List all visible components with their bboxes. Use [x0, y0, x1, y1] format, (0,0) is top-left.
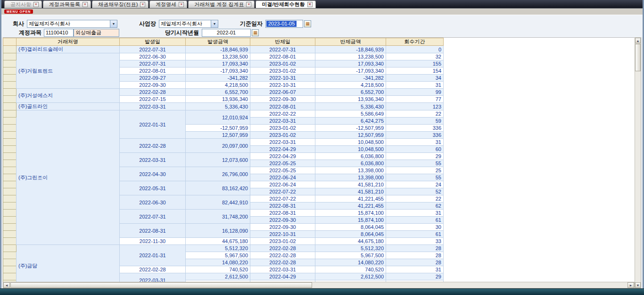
account-name-field[interactable]: [74, 29, 119, 37]
grid-cell[interactable]: 336: [386, 132, 444, 139]
grid-cell[interactable]: 14,080,220: [186, 259, 250, 266]
scroll-left-icon[interactable]: ◄: [3, 282, 10, 288]
tab-item-2[interactable]: 채권채무장(전표)×: [92, 0, 149, 8]
row-header-cell[interactable]: [3, 167, 17, 174]
grid-cell[interactable]: 30: [386, 224, 444, 231]
vertical-scroll-thumb[interactable]: [635, 44, 641, 71]
grid-cell[interactable]: -12,507,959: [315, 125, 386, 132]
grid-cell[interactable]: 2022-03-31: [250, 139, 315, 146]
grid-cell[interactable]: 2022-01-31: [120, 110, 186, 139]
calendar-icon[interactable]: ▦: [252, 29, 259, 36]
row-header-cell[interactable]: [3, 103, 17, 110]
row-header-cell[interactable]: [3, 245, 17, 252]
row-header-cell[interactable]: [3, 217, 17, 224]
grid-cell[interactable]: 13,238,500: [315, 53, 386, 60]
grid-cell[interactable]: 2022-07-15: [120, 96, 186, 103]
grid-cell[interactable]: 2022-06-30: [120, 195, 186, 210]
grid-cell[interactable]: 0: [386, 46, 444, 53]
vertical-scrollbar[interactable]: ▲ ▼: [635, 37, 641, 288]
period-start-input[interactable]: [202, 29, 251, 37]
grid-cell[interactable]: 2022-05-25: [250, 167, 315, 174]
grid-cell[interactable]: 2023-01-02: [250, 67, 315, 75]
grid-cell[interactable]: 2022-02-28: [250, 245, 315, 252]
tab-close-icon[interactable]: ×: [140, 2, 145, 7]
grid-cell[interactable]: -17,093,340: [186, 67, 250, 75]
grid-cell[interactable]: 29: [386, 153, 444, 160]
grid-cell[interactable]: 41,581,210: [315, 188, 386, 195]
scroll-up-icon[interactable]: ▲: [635, 38, 641, 43]
column-header[interactable]: 회수기간: [386, 38, 444, 46]
grid-cell[interactable]: 2022-09-30: [250, 217, 315, 224]
calendar-icon[interactable]: ▦: [304, 20, 311, 27]
grid-cell[interactable]: 24: [386, 181, 444, 188]
grid-cell[interactable]: 44,675,180: [186, 238, 250, 245]
grid-cell[interactable]: 20,097,000: [186, 139, 250, 153]
grid-cell[interactable]: (주)거성에스지: [17, 89, 120, 103]
grid-cell[interactable]: 31: [386, 210, 444, 217]
row-header-cell[interactable]: [3, 188, 17, 195]
tab-item-3[interactable]: 계정명세×: [149, 0, 187, 8]
grid-cell[interactable]: 44,675,180: [315, 238, 386, 245]
row-header-cell[interactable]: [3, 238, 17, 245]
row-header-cell[interactable]: [3, 160, 17, 167]
grid-cell[interactable]: 13,398,000: [315, 174, 386, 181]
grid-cell[interactable]: 2022-09-27: [120, 75, 186, 82]
grid-cell[interactable]: 2022-08-01: [250, 103, 315, 110]
column-header[interactable]: 발생금액: [186, 38, 250, 46]
grid-cell[interactable]: 5,586,649: [315, 110, 386, 118]
grid-cell[interactable]: 12,507,959: [186, 132, 250, 139]
grid-cell[interactable]: 2022-03-31: [120, 103, 186, 110]
grid-cell[interactable]: 2022-07-22: [250, 195, 315, 202]
grid-cell[interactable]: 2022-08-31: [250, 210, 315, 217]
grid-cell[interactable]: 28: [386, 245, 444, 252]
scroll-right-icon[interactable]: ►: [627, 282, 634, 288]
grid-cell[interactable]: 28: [386, 259, 444, 266]
grid-cell[interactable]: 15,874,100: [315, 217, 386, 224]
grid-cell[interactable]: 62: [386, 202, 444, 210]
column-header[interactable]: 발생일: [120, 38, 186, 46]
row-header-cell[interactable]: [3, 125, 17, 132]
row-header-cell[interactable]: [3, 139, 17, 146]
row-header-cell[interactable]: [3, 96, 17, 103]
row-header-cell[interactable]: [3, 53, 17, 60]
row-header-cell[interactable]: [3, 67, 17, 75]
grid-cell[interactable]: 2022-03-31: [250, 266, 315, 273]
row-header-cell[interactable]: [3, 259, 17, 266]
grid-cell[interactable]: 154: [386, 67, 444, 75]
grid-cell[interactable]: 77: [386, 96, 444, 103]
horizontal-scroll-thumb[interactable]: [10, 282, 312, 288]
tab-item-0[interactable]: 공지사항×: [4, 0, 42, 8]
grid-cell[interactable]: 17,093,340: [186, 60, 250, 67]
grid-cell[interactable]: 2022-10-31: [250, 75, 315, 82]
grid-cell[interactable]: 59: [386, 118, 444, 125]
grid-cell[interactable]: 13,238,500: [186, 53, 250, 60]
tab-item-1[interactable]: 계정과목등록×: [43, 0, 91, 8]
grid-cell[interactable]: 2022-04-29: [250, 273, 315, 280]
grid-cell[interactable]: 2022-09-30: [120, 82, 186, 89]
grid-cell[interactable]: 32: [386, 53, 444, 60]
grid-cell[interactable]: 2022-02-22: [250, 110, 315, 118]
grid-cell[interactable]: 41,221,455: [315, 195, 386, 202]
grid-cell[interactable]: 33: [386, 238, 444, 245]
grid-cell[interactable]: 6,552,700: [186, 89, 250, 96]
tab-item-5[interactable]: 미결/반제회수현황×: [256, 0, 315, 8]
column-header[interactable]: 반제금액: [315, 38, 386, 46]
grid-cell[interactable]: 2022-06-24: [250, 174, 315, 181]
grid-cell[interactable]: 2022-03-31: [250, 118, 315, 125]
grid-cell[interactable]: 6,424,275: [315, 118, 386, 125]
grid-cell[interactable]: 61: [386, 217, 444, 224]
row-header-cell[interactable]: [3, 252, 17, 259]
row-header-cell[interactable]: [3, 153, 17, 160]
grid-cell[interactable]: 2022-02-28: [250, 259, 315, 266]
grid-cell[interactable]: 2,612,500: [186, 273, 250, 280]
grid-cell[interactable]: 740,520: [186, 266, 250, 273]
grid-cell[interactable]: 123: [386, 103, 444, 110]
grid-cell[interactable]: 5,336,430: [186, 103, 250, 110]
grid-cell[interactable]: 12,010,924: [186, 110, 250, 125]
account-code-input[interactable]: [44, 29, 74, 37]
grid-cell[interactable]: 29: [386, 273, 444, 280]
grid-cell[interactable]: 16,128,090: [186, 224, 250, 238]
grid-cell[interactable]: -18,846,939: [315, 46, 386, 53]
grid-cell[interactable]: 2023-01-02: [250, 60, 315, 67]
grid-cell[interactable]: 2022-06-07: [250, 89, 315, 96]
